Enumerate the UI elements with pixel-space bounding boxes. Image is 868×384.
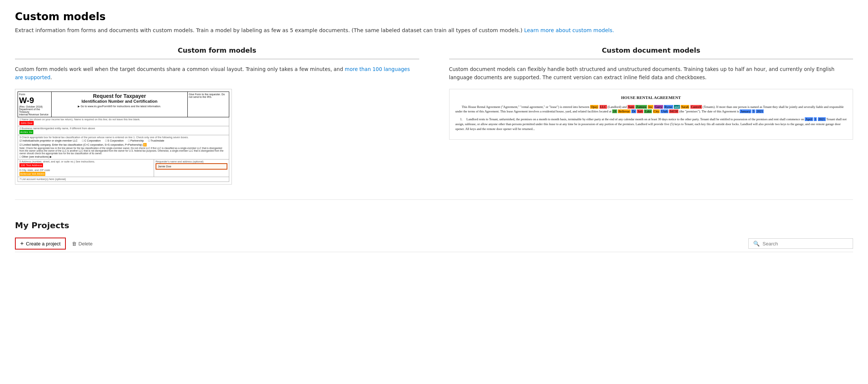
w9-header: Form W-9 (Rev. October 2018) Department … [18,92,229,117]
page-container: Custom models Extract information from f… [0,0,868,252]
w9-field7: 7 List account number(s) here (optional) [18,177,229,182]
projects-toolbar: + Create a project 🗑 Delete 🔍 [15,235,853,252]
search-box: 🔍 [748,238,853,249]
learn-more-link[interactable]: Learn more about custom models. [524,27,614,33]
rental-paragraph-1: This House Rental Agreement ("Agreement,… [456,105,847,114]
toolbar-left: + Create a project 🗑 Delete [15,238,95,250]
w9-field2: 2 Business name/disregarded entity name,… [18,126,229,135]
rental-agreement-mockup: HOUSE RENTAL AGREEMENT This House Rental… [449,89,853,140]
w9-field1: 1 Name (as shown on your income tax retu… [18,117,229,126]
w9-give-form: Give Form to the requester. Do not send … [188,92,229,117]
document-models-column: Custom document models Custom document m… [449,46,853,185]
w9-form-label: Form W-9 (Rev. October 2018) Department … [18,92,52,117]
w9-field3: 3 Check appropriate box for federal tax … [18,135,229,160]
languages-link[interactable]: more than 100 languages are supported [15,66,410,80]
w9-address-section: 5 Address (number, street, and apt. or s… [18,160,229,177]
form-models-column: Custom form models Custom form models wo… [15,46,419,185]
delete-icon: 🗑 [72,241,77,247]
rental-paragraph-2: 1. Landlord rents to Tenant, unfurnished… [456,117,847,131]
delete-label: Delete [79,241,93,247]
projects-title: My Projects [15,221,853,230]
projects-section: My Projects + Create a project 🗑 Delete … [15,218,853,252]
models-section: Custom form models Custom form models wo… [15,46,853,200]
page-title: Custom models [15,10,853,23]
w9-form-mockup: Form W-9 (Rev. October 2018) Department … [15,89,232,185]
w9-form-date: (Rev. October 2018) [19,105,50,108]
page-description: Extract information from forms and docum… [15,27,853,34]
document-models-description: Custom document models can flexibly hand… [449,65,853,81]
create-project-button[interactable]: + Create a project [15,238,66,250]
form-models-description: Custom form models work well when the ta… [15,65,419,81]
search-icon: 🔍 [753,241,760,247]
search-input[interactable] [763,241,848,247]
create-project-label: Create a project [26,241,61,247]
document-models-title: Custom document models [449,46,853,59]
delete-button[interactable]: 🗑 Delete [69,239,96,248]
plus-icon: + [20,240,24,247]
w9-form-number: W-9 [19,96,50,105]
rental-title: HOUSE RENTAL AGREEMENT [456,95,847,101]
form-models-title: Custom form models [15,46,419,59]
w9-title-section: Request for Taxpayer Identification Numb… [52,92,188,117]
